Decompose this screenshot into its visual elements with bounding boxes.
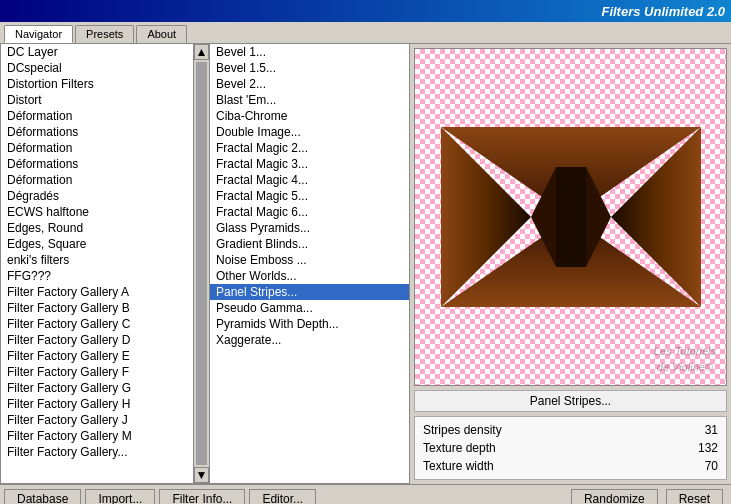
mid-panel-item[interactable]: Xaggerate... (210, 332, 409, 348)
bottom-button[interactable]: Import... (85, 489, 155, 505)
svg-marker-4 (556, 167, 586, 267)
left-panel-item[interactable]: Filter Factory Gallery M (1, 428, 193, 444)
left-panel-item[interactable]: FFG??? (1, 268, 193, 284)
left-panel-item[interactable]: Déformation (1, 108, 193, 124)
left-panel-item[interactable]: Déformations (1, 156, 193, 172)
app-title: Filters Unlimited 2.0 (601, 4, 725, 19)
watermark-line2: de Violine© (654, 360, 716, 375)
param-row: Texture width70 (419, 457, 722, 475)
left-panel-item[interactable]: Filter Factory Gallery D (1, 332, 193, 348)
param-value: 31 (705, 423, 718, 437)
param-row: Stripes density31 (419, 421, 722, 439)
right-panel: Les Tutoriels de Violine© Panel Stripes.… (410, 44, 731, 484)
mid-panel[interactable]: Bevel 1...Bevel 1.5...Bevel 2...Blast 'E… (210, 44, 410, 484)
mid-panel-item[interactable]: Other Worlds... (210, 268, 409, 284)
mid-panel-item[interactable]: Pyramids With Depth... (210, 316, 409, 332)
mid-panel-item[interactable]: Panel Stripes... (210, 284, 409, 300)
mid-panel-item[interactable]: Ciba-Chrome (210, 108, 409, 124)
left-panel-item[interactable]: Filter Factory Gallery... (1, 444, 193, 460)
mid-panel-item[interactable]: Fractal Magic 2... (210, 140, 409, 156)
left-panel-wrapper: DC LayerDCspecialDistortion FiltersDisto… (0, 44, 210, 484)
left-panel-item[interactable]: Filter Factory Gallery B (1, 300, 193, 316)
preview-svg (441, 127, 701, 307)
left-panel-item[interactable]: Edges, Square (1, 236, 193, 252)
mid-panel-item[interactable]: Fractal Magic 4... (210, 172, 409, 188)
left-panel-item[interactable]: ECWS halftone (1, 204, 193, 220)
checkerboard: Les Tutoriels de Violine© (415, 49, 726, 385)
bottom-bar: DatabaseImport...Filter Info...Editor...… (0, 484, 731, 504)
watermark-line1: Les Tutoriels (654, 344, 716, 359)
left-panel-item[interactable]: Filter Factory Gallery H (1, 396, 193, 412)
param-name: Texture width (423, 459, 494, 473)
left-panel-item[interactable]: DC Layer (1, 44, 193, 60)
mid-panel-item[interactable]: Bevel 1.5... (210, 60, 409, 76)
left-panel-item[interactable]: Filter Factory Gallery F (1, 364, 193, 380)
bottom-right-button[interactable]: Reset (666, 489, 723, 505)
mid-panel-item[interactable]: Double Image... (210, 124, 409, 140)
tab-presets[interactable]: Presets (75, 25, 134, 43)
left-panel-item[interactable]: Filter Factory Gallery J (1, 412, 193, 428)
params-area: Stripes density31Texture depth132Texture… (414, 416, 727, 480)
mid-panel-item[interactable]: Bevel 1... (210, 44, 409, 60)
left-panel-item[interactable]: Filter Factory Gallery C (1, 316, 193, 332)
mid-panel-item[interactable]: Blast 'Em... (210, 92, 409, 108)
mid-panel-item[interactable]: Fractal Magic 3... (210, 156, 409, 172)
watermark: Les Tutoriels de Violine© (654, 344, 716, 375)
left-panel-item[interactable]: Déformation (1, 172, 193, 188)
bottom-button[interactable]: Database (4, 489, 81, 505)
param-value: 132 (698, 441, 718, 455)
main-content: DC LayerDCspecialDistortion FiltersDisto… (0, 44, 731, 484)
tab-about[interactable]: About (136, 25, 187, 43)
tabs-bar: Navigator Presets About (0, 22, 731, 44)
mid-panel-item[interactable]: Bevel 2... (210, 76, 409, 92)
mid-panel-item[interactable]: Fractal Magic 5... (210, 188, 409, 204)
left-list[interactable]: DC LayerDCspecialDistortion FiltersDisto… (0, 44, 194, 484)
preview-area: Les Tutoriels de Violine© (414, 48, 727, 386)
scroll-down-arrow[interactable]: ▼ (194, 467, 209, 483)
tab-navigator[interactable]: Navigator (4, 25, 73, 43)
param-value: 70 (705, 459, 718, 473)
mid-panel-item[interactable]: Fractal Magic 6... (210, 204, 409, 220)
param-row: Texture depth132 (419, 439, 722, 457)
scroll-thumb[interactable] (196, 62, 207, 465)
mid-panel-item[interactable]: Noise Emboss ... (210, 252, 409, 268)
title-bar: Filters Unlimited 2.0 (0, 0, 731, 22)
mid-panel-item[interactable]: Gradient Blinds... (210, 236, 409, 252)
left-panel-item[interactable]: Déformation (1, 140, 193, 156)
mid-panel-item[interactable]: Glass Pyramids... (210, 220, 409, 236)
left-panel-item[interactable]: Distortion Filters (1, 76, 193, 92)
left-panel-item[interactable]: Filter Factory Gallery E (1, 348, 193, 364)
bottom-right-button[interactable]: Randomize (571, 489, 658, 505)
preview-label: Panel Stripes... (414, 390, 727, 412)
left-panel-item[interactable]: Déformations (1, 124, 193, 140)
scroll-up-arrow[interactable]: ▲ (194, 44, 209, 60)
left-panel-item[interactable]: Distort (1, 92, 193, 108)
left-scrollbar[interactable]: ▲ ▼ (194, 44, 210, 484)
left-panel-item[interactable]: Filter Factory Gallery G (1, 380, 193, 396)
left-panel-item[interactable]: DCspecial (1, 60, 193, 76)
left-panel-item[interactable]: Filter Factory Gallery A (1, 284, 193, 300)
param-name: Stripes density (423, 423, 502, 437)
bottom-button[interactable]: Editor... (249, 489, 316, 505)
param-name: Texture depth (423, 441, 496, 455)
left-panel-item[interactable]: Edges, Round (1, 220, 193, 236)
mid-panel-item[interactable]: Pseudo Gamma... (210, 300, 409, 316)
bottom-button[interactable]: Filter Info... (159, 489, 245, 505)
left-panel-item[interactable]: enki's filters (1, 252, 193, 268)
left-panel-item[interactable]: Dégradés (1, 188, 193, 204)
